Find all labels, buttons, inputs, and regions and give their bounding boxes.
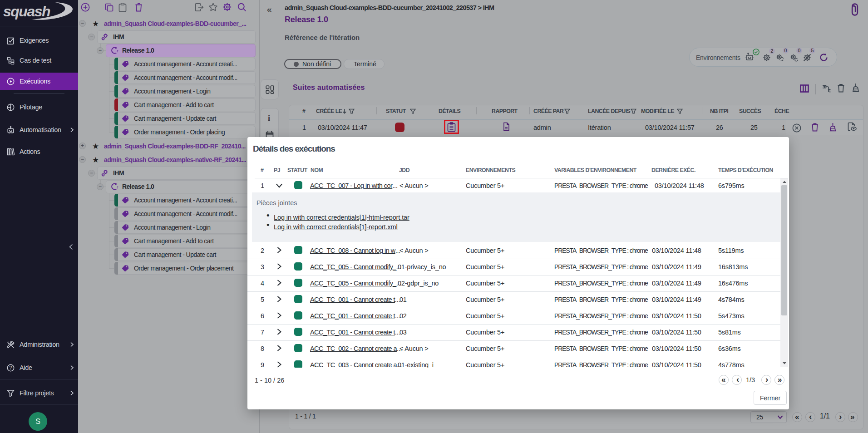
svg-text:?: ? xyxy=(10,365,12,370)
svg-text:squash: squash xyxy=(3,3,50,20)
